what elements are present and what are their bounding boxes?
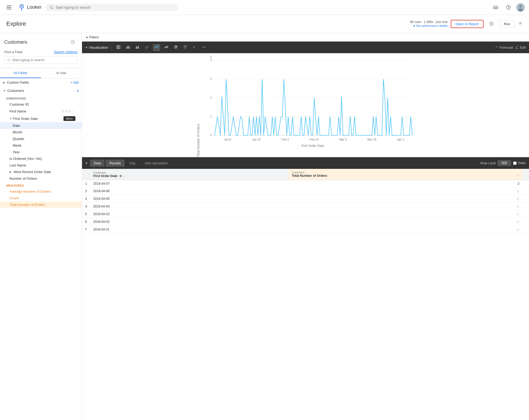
row-limit-input[interactable] [498,160,511,166]
sidebar-clock-button[interactable] [68,37,77,47]
sidebar-search-input[interactable] [12,58,75,62]
field-is-ordered[interactable]: Is Ordered (Yes / No) [0,155,82,162]
sort-settings-icon[interactable]: ⚙ [119,174,122,178]
field-number-of-orders[interactable]: Number of Orders [0,175,82,182]
find-field-row: Find a Field Search Options [4,50,77,54]
field-avg-orders[interactable]: Average Number of Orders [0,188,82,195]
top-search-bar[interactable] [46,4,178,11]
help-icon [506,5,511,10]
viz-line-button[interactable] [153,44,160,51]
page-title: Explore [6,20,26,27]
hamburger-menu-button[interactable] [4,3,14,12]
filters-toggle[interactable]: ▶ Filters [86,35,99,39]
svg-point-38 [148,47,148,47]
tab-add-calculation[interactable]: Add calculation [141,160,172,167]
viz-table-button[interactable] [115,44,122,51]
edit-button[interactable]: Edit [515,46,526,49]
filters-label: Filters [89,35,99,39]
run-button[interactable]: Run [499,20,515,28]
field-quarter[interactable]: Quarter [0,136,82,142]
open-in-report-button[interactable]: Open in Report [451,20,484,28]
scatter-icon [145,45,149,49]
scroll-col [523,187,529,195]
settings-button[interactable] [518,21,523,27]
svg-rect-34 [138,47,138,49]
sub-header-right: 98 rows · 1.088s · just now ● See perfor… [410,19,523,29]
viz-bar-button[interactable] [124,44,132,51]
info-icon[interactable]: ⓘ [68,109,71,114]
field-year[interactable]: Year [0,149,82,155]
svg-point-19 [490,22,493,26]
custom-fields-row[interactable]: Custom Fields + Add [0,78,82,87]
sidebar-title-row: Customers [4,37,77,47]
viz-more-button[interactable] [200,44,208,51]
tab-in-use[interactable]: In Use [41,68,82,78]
field-most-recent-order-date[interactable]: ▶ Most Recent Order Date [0,169,82,175]
field-first-name-icons: ↰ ≡ ⓘ ⋮ [61,109,75,114]
grouped-bar-icon [135,45,140,49]
tab-sql[interactable]: SQL [126,160,140,167]
perf-link-row: ● See performance details [410,24,448,28]
filter-icon[interactable]: ≡ [65,110,67,113]
perf-link[interactable]: See performance details [416,24,448,27]
forecast-button[interactable]: Forecast [495,46,513,49]
viz-area-button[interactable] [162,44,170,51]
col-gear-icon[interactable] [516,174,519,178]
col-total-orders-name: Total Number of Orders [292,174,519,178]
viz-label: ▼ Visualization [85,46,108,49]
tab-data[interactable]: Data [90,160,104,167]
field-month[interactable]: Month [0,129,82,136]
viz-number-button[interactable]: 6 [191,44,198,51]
customers-section-row[interactable]: Customers 2 [0,87,82,95]
svg-point-3 [20,5,21,6]
scroll-col [523,195,529,203]
svg-point-6 [50,6,53,8]
field-first-order-date[interactable]: First Order Date More [0,115,82,122]
help-icon-button[interactable] [504,3,513,12]
viz-pie-button[interactable] [172,44,179,51]
main-layout: Customers Find a Field Search Options [0,33,529,420]
rows-info-text: 98 rows · 1.088s · just now [410,20,448,24]
row-number: 3 [82,195,90,203]
help-button-sub[interactable] [487,19,496,29]
search-options-link[interactable]: Search Options [54,50,77,54]
sidebar-title-text: Customers [4,39,27,45]
field-date[interactable]: Date [0,122,82,129]
sidebar-search[interactable] [4,56,77,64]
svg-text:1: 1 [210,115,212,118]
tab-results[interactable]: Results [106,160,124,167]
chart-container: Total Number of Orders 0 1 2 [86,57,525,153]
field-week[interactable]: Week [0,142,82,149]
avatar[interactable] [516,3,525,12]
field-customer-id[interactable]: Customer ID [0,101,82,108]
field-first-name[interactable]: First Name ↰ ≡ ⓘ ⋮ [0,108,82,115]
viz-map-button[interactable] [181,44,189,51]
svg-point-44 [205,47,206,47]
sidebar-search-icon [7,58,11,62]
tab-all-fields[interactable]: All Fields [0,68,41,78]
svg-line-48 [516,47,517,49]
add-custom-field-link[interactable]: + Add [70,81,79,84]
chart-svg: Total Number of Orders 0 1 2 [86,57,525,153]
viz-chevron: ▼ [85,46,88,49]
map-icon [183,45,187,49]
field-count[interactable]: Count [0,195,82,201]
more-icon[interactable]: ⋮ [72,110,75,113]
svg-rect-8 [494,6,498,9]
sort-icon[interactable]: ↓ [124,174,125,178]
table-row: 42018-04-04⊘ [82,203,529,210]
table-body: 12018-04-07222018-04-06⊘32018-04-05⊘4201… [82,180,529,233]
totals-checkbox-input[interactable] [513,161,517,165]
top-search-input[interactable] [56,5,174,10]
scroll-col [523,218,529,226]
totals-checkbox[interactable]: Totals [513,161,526,165]
field-last-name[interactable]: Last Name [0,162,82,169]
viz-grouped-bar-button[interactable] [134,44,141,51]
scroll-col [523,203,529,210]
logo-area: Looker [18,4,42,11]
field-total-orders[interactable]: Total Number of Orders [0,201,82,208]
scroll-col [523,180,529,187]
keyboard-icon-button[interactable] [491,3,500,12]
pivot-icon[interactable]: ↰ [61,110,64,113]
viz-scatter-button[interactable] [143,44,151,51]
